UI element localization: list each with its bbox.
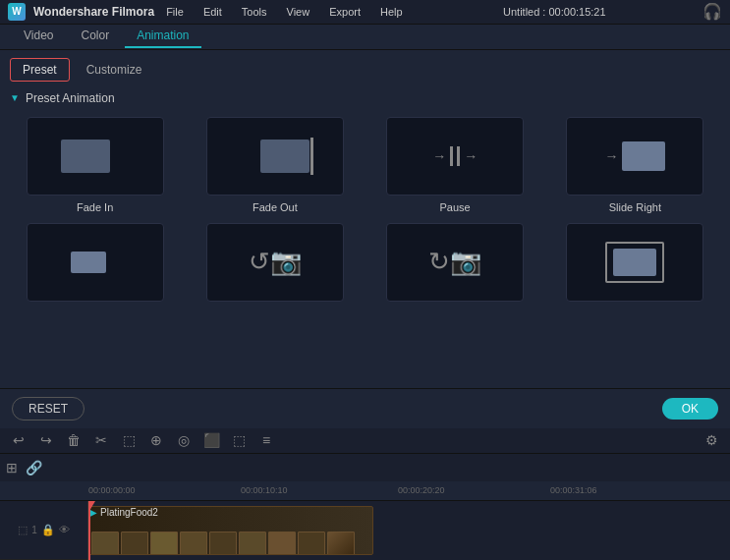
- track-area: ▶ PlatingFood2: [88, 501, 730, 560]
- menu-view[interactable]: View: [283, 4, 314, 20]
- anim-card-5[interactable]: [10, 223, 180, 308]
- section-title: Preset Animation: [26, 91, 115, 105]
- rotate2-icon: ↻📷: [428, 247, 481, 277]
- track-labels: ⬚ 1 🔒 👁: [0, 501, 88, 560]
- clip-frame: [327, 532, 355, 555]
- clip-frame: [268, 532, 296, 555]
- track-label-video: ⬚ 1 🔒 👁: [0, 501, 87, 560]
- anim-card-8[interactable]: [550, 223, 720, 308]
- titlebar: W Wondershare Filmora File Edit Tools Vi…: [0, 0, 730, 25]
- toolbar: ↩ ↪ 🗑 ✂ ⬚ ⊕ ◎ ⬛ ⬚ ≡ ⚙: [0, 428, 730, 454]
- undo-icon[interactable]: ↩: [8, 429, 29, 451]
- anim-thumb-7: ↻📷: [386, 223, 524, 302]
- anim-card-fade-out[interactable]: Fade Out: [190, 117, 360, 213]
- settings-icon[interactable]: ⚙: [701, 429, 722, 451]
- timeline-snap-icon[interactable]: ⊞: [6, 460, 18, 476]
- timeline-controls: ⊞ 🔗: [0, 454, 730, 481]
- app-name: Wondershare Filmora: [33, 5, 154, 19]
- ruler-time-2: 00:00:20:20: [398, 485, 445, 495]
- reset-button[interactable]: RESET: [12, 397, 84, 420]
- frame-icon[interactable]: ⬚: [228, 429, 250, 451]
- crop-icon[interactable]: ⬚: [118, 429, 140, 451]
- playhead[interactable]: [88, 501, 90, 560]
- timeline: ⊞ 🔗 00:00:00:00 00:00:10:10 00:00:20:20 …: [0, 454, 730, 560]
- tab-color[interactable]: Color: [69, 25, 121, 48]
- slide-arrow-icon: →: [604, 148, 618, 164]
- anim-thumb-slide-right: →: [566, 117, 703, 196]
- menu-tools[interactable]: Tools: [238, 4, 271, 20]
- anim-label-pause: Pause: [440, 201, 471, 213]
- anim-card-slide-right[interactable]: → Slide Right: [550, 117, 720, 213]
- anim-card-pause[interactable]: → → Pause: [370, 117, 540, 213]
- ruler-time-1: 00:00:10:10: [241, 485, 288, 495]
- adjust-icon[interactable]: ≡: [255, 429, 277, 451]
- ruler-time-3: 00:00:31:06: [550, 485, 597, 495]
- lock-icon[interactable]: 🔒: [41, 524, 55, 536]
- mask-icon[interactable]: ⬛: [200, 429, 222, 451]
- anim-label-slide-right: Slide Right: [609, 201, 661, 213]
- anim-thumb-5: [27, 223, 164, 302]
- clip-frame: [209, 532, 237, 555]
- main-tabbar: Video Color Animation: [0, 25, 730, 50]
- zoom-in-icon[interactable]: ⊕: [145, 429, 167, 451]
- section-header: ▼ Preset Animation: [10, 91, 720, 105]
- menu-bar: File Edit Tools View Export Help: [162, 4, 406, 20]
- collapse-arrow-icon[interactable]: ▼: [10, 92, 20, 103]
- clip-frame: [150, 532, 178, 555]
- preset-section: ▼ Preset Animation Fade In: [0, 82, 730, 388]
- anim-card-fade-in[interactable]: Fade In: [10, 117, 180, 213]
- timeline-link-icon[interactable]: 🔗: [26, 460, 42, 476]
- subtab-bar: Preset Customize: [0, 50, 730, 82]
- clip-frame: [298, 532, 325, 555]
- arrow-left-icon: →: [432, 148, 446, 164]
- animation-panel: Preset Customize ▼ Preset Animation Fade…: [0, 50, 730, 428]
- rotate-icon[interactable]: ◎: [173, 429, 195, 451]
- cut-icon[interactable]: ✂: [90, 429, 112, 451]
- timeline-content: ⬚ 1 🔒 👁 ▶ PlatingFood2: [0, 501, 730, 560]
- anim-label-fade-in: Fade In: [77, 201, 113, 213]
- anim-thumb-fade-out: [206, 117, 344, 196]
- anim-card-6[interactable]: ↺📷: [190, 223, 360, 308]
- clip-frame: [121, 532, 148, 555]
- rotate-icon: ↺📷: [249, 247, 302, 277]
- anim-label-fade-out: Fade Out: [253, 201, 298, 213]
- eye-icon[interactable]: 👁: [59, 524, 70, 535]
- titlebar-left: W Wondershare Filmora File Edit Tools Vi…: [8, 3, 407, 21]
- anim-thumb-fade-in: [27, 117, 164, 196]
- delete-icon[interactable]: 🗑: [63, 429, 84, 451]
- anim-thumb-8: [566, 223, 703, 302]
- ruler-track: 00:00:00:00 00:00:10:10 00:00:20:20 00:0…: [88, 481, 730, 500]
- arrow-right-icon: →: [464, 148, 477, 164]
- tab-video[interactable]: Video: [12, 25, 65, 48]
- anim-thumb-pause: → →: [386, 117, 524, 196]
- clip-frame: [91, 532, 119, 555]
- subtab-customize[interactable]: Customize: [74, 58, 155, 82]
- menu-file[interactable]: File: [162, 4, 188, 20]
- headphone-icon: 🎧: [702, 2, 722, 21]
- video-clip[interactable]: ▶ PlatingFood2: [88, 506, 373, 555]
- subtab-preset[interactable]: Preset: [10, 58, 70, 82]
- menu-help[interactable]: Help: [376, 4, 407, 20]
- animation-grid: Fade In Fade Out → →: [10, 117, 720, 308]
- menu-export[interactable]: Export: [325, 4, 365, 20]
- clip-title: ▶ PlatingFood2: [89, 507, 372, 518]
- panel-footer: RESET OK: [0, 388, 730, 428]
- clip-frame: [239, 532, 266, 555]
- app-logo: W: [8, 3, 26, 21]
- title-text: Untitled : 00:00:15:21: [503, 6, 606, 18]
- anim-thumb-6: ↺📷: [206, 223, 344, 302]
- ok-button[interactable]: OK: [662, 398, 718, 420]
- clip-frames: [89, 532, 372, 555]
- redo-icon[interactable]: ↪: [35, 429, 57, 451]
- menu-edit[interactable]: Edit: [199, 4, 226, 20]
- ruler-time-0: 00:00:00:00: [88, 485, 136, 495]
- timeline-ruler: 00:00:00:00 00:00:10:10 00:00:20:20 00:0…: [0, 481, 730, 501]
- anim-card-7[interactable]: ↻📷: [370, 223, 540, 308]
- tab-animation[interactable]: Animation: [125, 25, 200, 48]
- clip-frame: [180, 532, 207, 555]
